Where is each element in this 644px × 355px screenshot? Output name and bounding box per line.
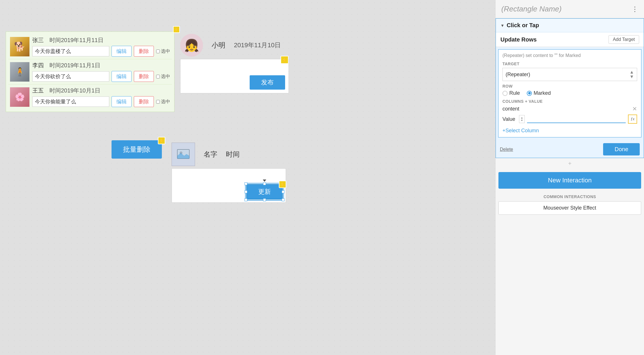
select-checkbox[interactable] [156,50,160,53]
update-header: 名字 时间 [169,140,295,168]
content-input[interactable] [32,46,109,56]
delete-button[interactable]: 删除 [134,46,154,57]
avatar: 🧍 [10,62,29,82]
target-label: TARGET [502,62,637,66]
row-time: 时间2019年11月11日 [49,36,104,44]
value-label: Value [502,116,517,122]
value-input[interactable] [527,115,626,123]
add-target-button[interactable]: Add Target [609,35,639,44]
edit-button[interactable]: 编辑 [112,96,132,107]
panel-title: (Rectangle Name) [501,5,562,13]
lightning-badge-profile: ⚡ [281,56,289,64]
select-checkbox-wrap[interactable]: 选中 [156,74,170,80]
row-bottom: 编辑 删除 选中 [32,46,170,57]
edit-button[interactable]: 编辑 [112,46,132,57]
avatar: 🌸 [10,87,29,107]
row-meta: 王五 时间2019年10月1日 [32,87,170,94]
divider-plus[interactable]: + [496,158,644,169]
fx-button[interactable]: ƒx [628,115,637,124]
section-header: ▼ Click or Tap [496,19,644,32]
update-button[interactable]: 更新 [246,184,283,200]
list-row: 🐕 张三 时间2019年11月11日 编辑 删除 选中 [8,34,172,59]
panel-header: (Rectangle Name) ⋮ [496,0,644,18]
list-row: 🧍 李四 时间2019年11月1日 编辑 删除 选中 [8,59,172,84]
select-checkbox-wrap[interactable]: 选中 [156,99,170,105]
profile-content-box: ⚡ 发布 [180,59,289,93]
row-meta: 李四 时间2019年11月1日 [32,62,170,69]
select-arrow-icon: ▲ ▼ [629,70,634,79]
batch-section: ⚡ 批量删除 [112,140,162,159]
value-stepper[interactable]: ▲ ▼ [519,115,525,123]
row-options: Rule Marked [502,90,637,96]
avatar: 🐕 [10,37,29,56]
column-row: content ✕ [502,105,637,112]
row-bottom: 编辑 删除 选中 [32,71,170,82]
canvas-area: ⚡ 🐕 张三 时间2019年11月11日 编辑 删除 选中 [0,0,495,355]
close-column-button[interactable]: ✕ [632,105,637,112]
section-arrow[interactable]: ▼ [500,23,504,28]
content-input[interactable] [32,71,109,82]
row-name: 李四 [32,62,44,69]
select-checkbox-wrap[interactable]: 选中 [156,48,170,54]
delete-button[interactable]: 删除 [134,96,154,107]
profile-card: 👧 小明 2019年11月10日 ⚡ 发布 [177,31,292,93]
content-input[interactable] [32,96,109,107]
radio-rule-circle[interactable] [502,91,508,96]
list-row: 🌸 王五 时间2019年10月1日 编辑 删除 选中 [8,84,172,109]
radio-rule[interactable]: Rule [502,90,520,96]
update-rows-label: Update Rows [500,36,537,43]
target-select[interactable]: (Repeater) ▲ ▼ [502,68,637,81]
repeater-list: ⚡ 🐕 张三 时间2019年11月11日 编辑 删除 选中 [6,31,174,112]
profile-avatar: 👧 [180,34,203,57]
update-button-wrap: ⚡ 更新 [246,184,283,200]
columns-label: COLUMNS + VALUE [502,99,637,104]
lightning-badge-batch: ⚡ [158,137,165,144]
interaction-section: ▼ Click or Tap Update Rows Add Target (R… [496,18,644,158]
row-time: 时间2019年10月1日 [49,87,100,94]
row-name: 王五 [32,87,44,94]
update-avatar-placeholder [172,143,195,166]
row-label: ROW [502,84,637,88]
done-button[interactable]: Done [603,143,640,155]
profile-header: 👧 小明 2019年11月10日 [177,31,292,59]
row-content: 王五 时间2019年10月1日 编辑 删除 选中 [32,87,170,107]
row-name: 张三 [32,36,44,44]
config-box: (Repeater) set content to "" for Marked … [498,49,641,137]
row-time: 时间2019年11月1日 [49,62,100,69]
row-content: 李四 时间2019年11月1日 编辑 删除 选中 [32,62,170,82]
batch-delete-button[interactable]: 批量删除 [112,140,162,159]
update-time-label: 时间 [226,150,240,159]
select-checkbox[interactable] [156,100,160,104]
add-column-link[interactable]: +Select Column [502,128,539,134]
row-bottom: 编辑 删除 选中 [32,96,170,107]
mouseover-button[interactable]: Mouseover Style Effect [498,201,641,215]
config-hint: (Repeater) set content to "" for Marked [502,53,637,58]
delete-button[interactable]: 删除 [134,71,154,82]
right-panel: (Rectangle Name) ⋮ ▼ Click or Tap Update… [495,0,644,355]
panel-menu-icon[interactable]: ⋮ [631,5,638,13]
profile-name: 小明 [212,41,225,50]
update-name-label: 名字 [204,150,217,159]
edit-button[interactable]: 编辑 [112,71,132,82]
section-label: Click or Tap [507,22,539,29]
common-interactions-label: COMMON INTERACTIONS [496,194,644,199]
row-content: 张三 时间2019年11月11日 编辑 删除 选中 [32,36,170,57]
radio-marked-label: Marked [534,90,551,96]
new-interaction-button[interactable]: New Interaction [498,172,641,189]
update-rows-bar: Update Rows Add Target [496,32,644,47]
delete-action-link[interactable]: Delete [500,147,513,152]
publish-button[interactable]: 发布 [250,75,285,90]
radio-marked[interactable]: Marked [527,90,551,96]
column-name: content [502,106,519,112]
profile-date: 2019年11月10日 [234,41,281,50]
radio-marked-circle[interactable] [527,91,532,96]
target-value: (Repeater) [506,72,530,78]
value-row: Value ▲ ▼ ƒx [502,115,637,124]
radio-rule-label: Rule [509,90,520,96]
update-content-box: ⚡ 更新 [172,168,286,203]
batch-delete-wrap: ⚡ 批量删除 [112,140,162,159]
row-meta: 张三 时间2019年11月11日 [32,36,170,44]
select-checkbox[interactable] [156,75,160,78]
update-form: 名字 时间 ⚡ 更新 [169,140,295,203]
lightning-badge-list: ⚡ [173,26,180,33]
